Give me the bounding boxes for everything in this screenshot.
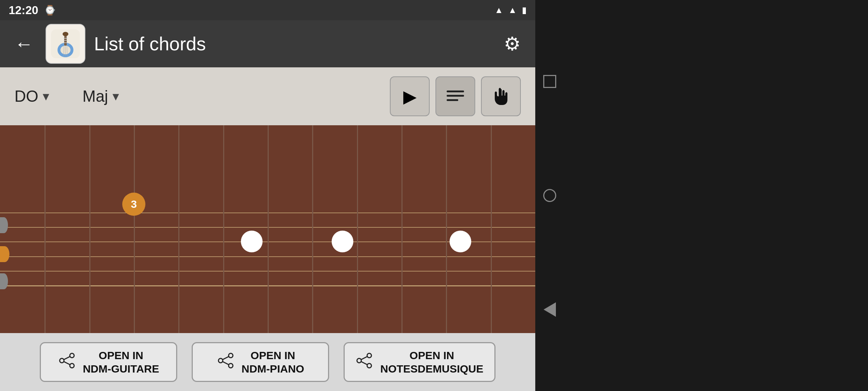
text-button[interactable] (435, 76, 475, 116)
chord-type-arrow: ▾ (112, 89, 119, 104)
share-icon-piano (217, 352, 234, 373)
top-bar: ← List of chords (0, 20, 535, 67)
watch-icon: ⌚ (44, 5, 56, 16)
svg-rect-13 (447, 99, 458, 101)
svg-line-27 (361, 357, 367, 360)
filler (564, 0, 868, 391)
svg-point-14 (70, 353, 74, 358)
battery-icon: ▮ (522, 5, 527, 15)
svg-point-25 (357, 358, 361, 363)
svg-line-22 (223, 357, 229, 360)
side-indicator-mute2 (0, 273, 8, 289)
svg-point-21 (229, 363, 233, 368)
chord-root-label: DO (14, 87, 38, 105)
status-bar: 12:20 ⌚ ▲ ▲ ▮ (0, 0, 535, 20)
status-time: 12:20 (9, 4, 38, 17)
svg-point-26 (367, 363, 371, 368)
fretboard[interactable]: 3 (0, 125, 535, 333)
wifi-icon: ▲ (494, 5, 503, 15)
svg-line-28 (361, 362, 367, 365)
finger-dot-3: 3 (122, 193, 145, 216)
share-icon-guitare (58, 352, 76, 373)
svg-point-15 (60, 358, 64, 363)
svg-point-16 (70, 363, 74, 368)
chord-root-arrow: ▾ (43, 89, 49, 104)
controls-bar: DO ▾ Maj ▾ ▶ (0, 67, 535, 125)
open-ndm-piano-label: OPEN IN NDM-PIANO (242, 349, 304, 376)
side-indicator-mute (0, 217, 8, 233)
android-recents-button[interactable] (541, 72, 559, 91)
svg-rect-11 (447, 91, 464, 92)
side-indicator-open (0, 246, 9, 262)
open-ndm-guitare-label: OPEN IN NDM-GUITARE (83, 349, 159, 376)
hand-button[interactable] (481, 76, 521, 116)
svg-point-19 (229, 353, 233, 358)
app-icon (46, 24, 85, 64)
chord-root-dropdown[interactable]: DO ▾ (14, 87, 49, 105)
svg-point-20 (218, 358, 223, 363)
android-back-button[interactable] (541, 300, 559, 319)
svg-rect-12 (447, 95, 464, 97)
svg-point-24 (367, 353, 371, 358)
bottom-buttons: OPEN IN NDM-GUITARE OPEN IN NDM-PIANO (0, 333, 535, 391)
open-ndm-guitare-button[interactable]: OPEN IN NDM-GUITARE (40, 342, 177, 382)
finger-dot-a (241, 231, 263, 252)
finger-dot-b (332, 231, 353, 252)
android-nav-sidebar (535, 0, 564, 391)
play-button[interactable]: ▶ (390, 76, 430, 116)
back-button[interactable]: ← (11, 31, 37, 57)
signal-icon: ▲ (508, 5, 517, 15)
settings-button[interactable]: ⚙ (500, 29, 524, 58)
open-notesdemusique-label: OPEN IN NOTESDEMUSIQUE (380, 349, 483, 376)
share-icon-notes (356, 352, 373, 373)
svg-point-7 (63, 32, 68, 36)
chord-type-label: Maj (82, 87, 108, 105)
page-title: List of chords (94, 33, 492, 55)
chord-type-dropdown[interactable]: Maj ▾ (82, 87, 119, 105)
finger-dot-c (450, 231, 471, 252)
svg-line-18 (64, 362, 70, 365)
android-home-button[interactable] (541, 186, 559, 205)
open-ndm-piano-button[interactable]: OPEN IN NDM-PIANO (192, 342, 329, 382)
svg-line-17 (64, 357, 70, 360)
open-notesdemusique-button[interactable]: OPEN IN NOTESDEMUSIQUE (344, 342, 495, 382)
svg-line-23 (223, 362, 229, 365)
